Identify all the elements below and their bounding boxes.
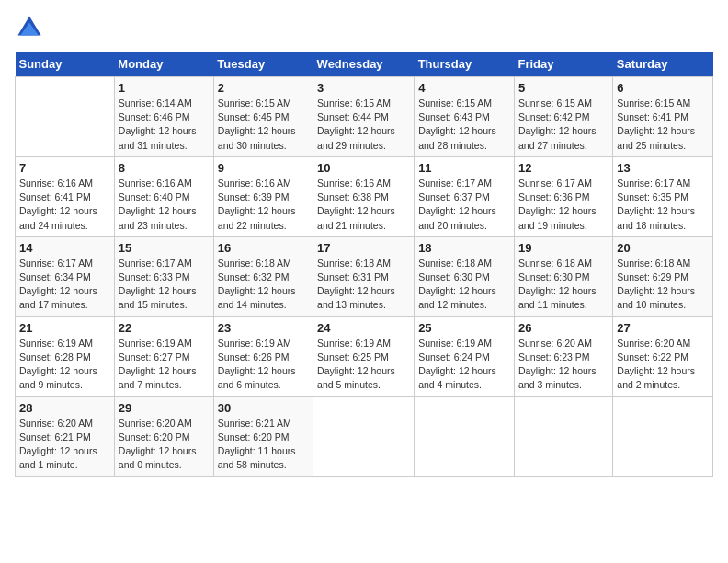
day-info: Sunrise: 6:19 AM Sunset: 6:26 PM Dayligh… [218,337,309,393]
day-info: Sunrise: 6:19 AM Sunset: 6:28 PM Dayligh… [19,337,110,393]
day-info: Sunrise: 6:17 AM Sunset: 6:36 PM Dayligh… [518,177,609,233]
day-number: 20 [617,241,709,255]
day-cell [16,77,115,157]
header-cell-monday: Monday [114,52,213,77]
day-number: 1 [119,81,210,95]
day-number: 15 [119,241,210,255]
day-cell: 18Sunrise: 6:18 AM Sunset: 6:30 PM Dayli… [415,236,515,316]
day-number: 26 [518,321,609,335]
day-number: 22 [119,321,210,335]
day-number: 8 [119,161,210,175]
day-number: 14 [19,241,110,255]
day-cell: 30Sunrise: 6:21 AM Sunset: 6:20 PM Dayli… [213,396,313,477]
day-cell: 1Sunrise: 6:14 AM Sunset: 6:46 PM Daylig… [114,77,213,157]
day-info: Sunrise: 6:18 AM Sunset: 6:29 PM Dayligh… [617,257,709,313]
day-number: 27 [617,321,709,335]
day-cell [415,396,515,477]
week-row-5: 28Sunrise: 6:20 AM Sunset: 6:21 PM Dayli… [16,396,713,477]
day-cell: 7Sunrise: 6:16 AM Sunset: 6:41 PM Daylig… [16,156,115,236]
day-number: 16 [218,241,309,255]
header-cell-thursday: Thursday [415,52,515,77]
day-number: 21 [19,321,110,335]
page-header [15,15,713,40]
day-info: Sunrise: 6:14 AM Sunset: 6:46 PM Dayligh… [119,97,210,153]
day-number: 23 [218,321,309,335]
day-info: Sunrise: 6:16 AM Sunset: 6:38 PM Dayligh… [317,177,410,233]
day-number: 28 [19,401,110,415]
day-number: 24 [317,321,410,335]
week-row-3: 14Sunrise: 6:17 AM Sunset: 6:34 PM Dayli… [16,236,713,316]
day-cell [613,396,713,477]
header-cell-sunday: Sunday [16,52,115,77]
day-cell: 23Sunrise: 6:19 AM Sunset: 6:26 PM Dayli… [213,316,313,396]
day-info: Sunrise: 6:20 AM Sunset: 6:20 PM Dayligh… [119,417,210,473]
day-info: Sunrise: 6:17 AM Sunset: 6:37 PM Dayligh… [418,177,510,233]
day-info: Sunrise: 6:18 AM Sunset: 6:30 PM Dayligh… [518,257,609,313]
day-number: 7 [19,161,110,175]
day-cell: 11Sunrise: 6:17 AM Sunset: 6:37 PM Dayli… [415,156,515,236]
day-cell: 24Sunrise: 6:19 AM Sunset: 6:25 PM Dayli… [313,316,415,396]
day-cell: 27Sunrise: 6:20 AM Sunset: 6:22 PM Dayli… [613,316,713,396]
day-info: Sunrise: 6:15 AM Sunset: 6:44 PM Dayligh… [317,97,410,153]
day-cell: 14Sunrise: 6:17 AM Sunset: 6:34 PM Dayli… [16,236,115,316]
header-cell-tuesday: Tuesday [213,52,313,77]
day-number: 11 [418,161,510,175]
calendar-body: 1Sunrise: 6:14 AM Sunset: 6:46 PM Daylig… [16,77,713,477]
day-cell: 20Sunrise: 6:18 AM Sunset: 6:29 PM Dayli… [613,236,713,316]
day-number: 30 [218,401,309,415]
day-cell: 12Sunrise: 6:17 AM Sunset: 6:36 PM Dayli… [514,156,612,236]
logo [15,15,42,40]
day-number: 6 [617,81,709,95]
day-cell: 22Sunrise: 6:19 AM Sunset: 6:27 PM Dayli… [114,316,213,396]
day-info: Sunrise: 6:17 AM Sunset: 6:33 PM Dayligh… [119,257,210,313]
day-number: 3 [317,81,410,95]
week-row-2: 7Sunrise: 6:16 AM Sunset: 6:41 PM Daylig… [16,156,713,236]
day-info: Sunrise: 6:19 AM Sunset: 6:24 PM Dayligh… [418,337,510,393]
day-info: Sunrise: 6:20 AM Sunset: 6:23 PM Dayligh… [518,337,609,393]
day-number: 25 [418,321,510,335]
day-info: Sunrise: 6:16 AM Sunset: 6:39 PM Dayligh… [218,177,309,233]
header-cell-friday: Friday [514,52,612,77]
day-info: Sunrise: 6:15 AM Sunset: 6:42 PM Dayligh… [518,97,609,153]
day-info: Sunrise: 6:16 AM Sunset: 6:40 PM Dayligh… [119,177,210,233]
day-number: 29 [119,401,210,415]
day-cell: 17Sunrise: 6:18 AM Sunset: 6:31 PM Dayli… [313,236,415,316]
day-cell: 5Sunrise: 6:15 AM Sunset: 6:42 PM Daylig… [514,77,612,157]
day-info: Sunrise: 6:15 AM Sunset: 6:45 PM Dayligh… [218,97,309,153]
header-row: SundayMondayTuesdayWednesdayThursdayFrid… [16,52,713,77]
day-cell: 10Sunrise: 6:16 AM Sunset: 6:38 PM Dayli… [313,156,415,236]
day-info: Sunrise: 6:19 AM Sunset: 6:27 PM Dayligh… [119,337,210,393]
day-info: Sunrise: 6:20 AM Sunset: 6:21 PM Dayligh… [19,417,110,473]
day-info: Sunrise: 6:20 AM Sunset: 6:22 PM Dayligh… [617,337,709,393]
day-info: Sunrise: 6:15 AM Sunset: 6:43 PM Dayligh… [418,97,510,153]
day-number: 13 [617,161,709,175]
day-number: 2 [218,81,309,95]
header-cell-saturday: Saturday [613,52,713,77]
day-cell [514,396,612,477]
day-info: Sunrise: 6:18 AM Sunset: 6:31 PM Dayligh… [317,257,410,313]
calendar-table: SundayMondayTuesdayWednesdayThursdayFrid… [15,52,713,477]
day-number: 4 [418,81,510,95]
day-info: Sunrise: 6:18 AM Sunset: 6:30 PM Dayligh… [418,257,510,313]
day-number: 5 [518,81,609,95]
week-row-1: 1Sunrise: 6:14 AM Sunset: 6:46 PM Daylig… [16,77,713,157]
day-cell: 6Sunrise: 6:15 AM Sunset: 6:41 PM Daylig… [613,77,713,157]
day-cell [313,396,415,477]
day-info: Sunrise: 6:17 AM Sunset: 6:35 PM Dayligh… [617,177,709,233]
day-cell: 3Sunrise: 6:15 AM Sunset: 6:44 PM Daylig… [313,77,415,157]
day-number: 10 [317,161,410,175]
day-cell: 2Sunrise: 6:15 AM Sunset: 6:45 PM Daylig… [213,77,313,157]
day-info: Sunrise: 6:17 AM Sunset: 6:34 PM Dayligh… [19,257,110,313]
day-info: Sunrise: 6:18 AM Sunset: 6:32 PM Dayligh… [218,257,309,313]
logo-icon [17,15,42,40]
day-info: Sunrise: 6:16 AM Sunset: 6:41 PM Dayligh… [19,177,110,233]
day-info: Sunrise: 6:21 AM Sunset: 6:20 PM Dayligh… [218,417,309,473]
calendar-header: SundayMondayTuesdayWednesdayThursdayFrid… [16,52,713,77]
day-cell: 8Sunrise: 6:16 AM Sunset: 6:40 PM Daylig… [114,156,213,236]
day-number: 17 [317,241,410,255]
day-number: 12 [518,161,609,175]
header-cell-wednesday: Wednesday [313,52,415,77]
day-cell: 25Sunrise: 6:19 AM Sunset: 6:24 PM Dayli… [415,316,515,396]
day-info: Sunrise: 6:15 AM Sunset: 6:41 PM Dayligh… [617,97,709,153]
day-cell: 15Sunrise: 6:17 AM Sunset: 6:33 PM Dayli… [114,236,213,316]
